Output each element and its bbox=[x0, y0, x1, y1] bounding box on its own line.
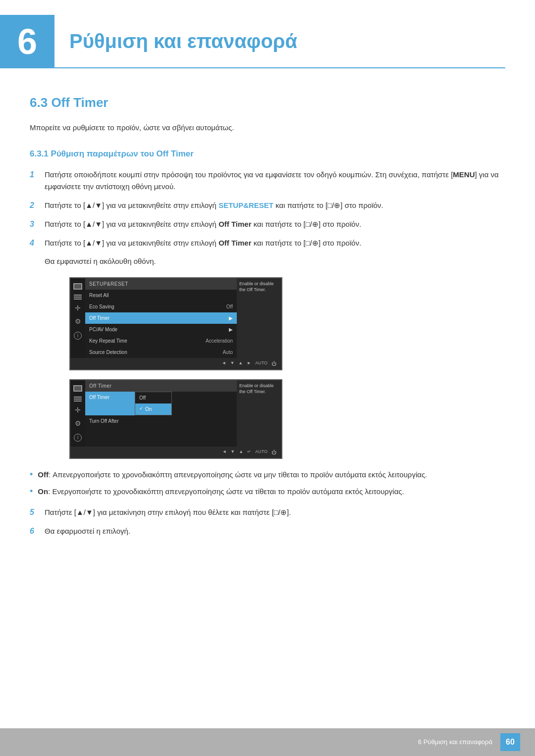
step-2: 2 Πατήστε το [▲/▼] για να μετακινηθείτε … bbox=[30, 200, 505, 211]
submenu-area: Off Timer Off Timer Off ✓ On T bbox=[85, 380, 237, 447]
submenu-popup: Off ✓ On bbox=[135, 392, 172, 415]
step-6-text: Θα εφαρμοστεί η επιλογή. bbox=[45, 525, 130, 537]
menu-item-reset: Reset All bbox=[85, 290, 237, 301]
step-3: 3 Πατήστε το [▲/▼] για να μετακινηθείτε … bbox=[30, 218, 505, 230]
popup-on-selected: ✓ On bbox=[135, 403, 171, 415]
step-1-text: Πατήστε οποιοδήποτε κουμπί στην πρόσοψη … bbox=[45, 169, 505, 193]
screenshots-area: ✛ ⚙ i SETUP&RESET Reset All Eco SavingOf… bbox=[69, 277, 505, 459]
submenu-row-offtimer: Off Timer Off ✓ On bbox=[85, 392, 237, 415]
chapter-number: 6 bbox=[0, 15, 54, 68]
menu-item-keyrepeat: Key Repeat TimeAcceleration bbox=[85, 335, 237, 347]
step-number-2: 2 bbox=[30, 200, 39, 211]
main-content: 6.3 Off Timer Μπορείτε να ρυθμίσετε το π… bbox=[0, 93, 535, 537]
info-icon-1: i bbox=[74, 332, 82, 340]
auto-label-2: AUTO bbox=[255, 449, 268, 455]
footer-chapter-label: 6 Ρύθμιση και επαναφορά bbox=[418, 737, 492, 747]
monitor-icon-2 bbox=[73, 385, 82, 392]
cross-icon-1: ✛ bbox=[75, 304, 81, 311]
power-icon-1: ⏻ bbox=[271, 360, 276, 367]
menu-item-eco: Eco SavingOff bbox=[85, 301, 237, 312]
nav-right-1: ► bbox=[247, 360, 251, 367]
submenu-title: Off Timer bbox=[85, 380, 237, 392]
info-icon-2: i bbox=[74, 434, 82, 442]
section-intro: Μπορείτε να ρυθμίσετε το προϊόν, ώστε να… bbox=[30, 122, 505, 134]
bullet-off: • Off: Απενεργοποιήστε το χρονοδιακόπτη … bbox=[30, 469, 505, 481]
page-header: 6 Ρύθμιση και επαναφορά bbox=[0, 0, 535, 78]
step-2-text: Πατήστε το [▲/▼] για να μετακινηθείτε στ… bbox=[45, 200, 383, 211]
step-number-5: 5 bbox=[30, 506, 39, 518]
step-1: 1 Πατήστε οποιοδήποτε κουμπί στην πρόσοψ… bbox=[30, 169, 505, 193]
nav-up-1: ▲ bbox=[238, 360, 243, 367]
lines-icon-2 bbox=[74, 397, 82, 402]
nav-left-1: ◄ bbox=[221, 360, 226, 367]
step-number-4: 4 bbox=[30, 237, 39, 249]
subsection-title: 6.3.1 Ρύθμιση παραμέτρων του Off Timer bbox=[30, 148, 505, 160]
step-number-3: 3 bbox=[30, 218, 39, 230]
submenu-item-turnoffafter: Turn Off After bbox=[85, 415, 237, 427]
gear-icon-2: ⚙ bbox=[75, 418, 81, 429]
nav-down-1: ▼ bbox=[230, 360, 234, 367]
lines-icon-1 bbox=[74, 295, 82, 300]
menu-area-1: SETUP&RESET Reset All Eco SavingOff Off … bbox=[85, 278, 237, 358]
bottom-bar-2: ◄ ▼ ▲ ↵ AUTO ⏻ bbox=[70, 447, 281, 458]
nav-left-2: ◄ bbox=[222, 449, 226, 455]
popup-off: Off bbox=[135, 392, 171, 403]
menu-title-1: SETUP&RESET bbox=[85, 278, 237, 290]
step-6: 6 Θα εφαρμοστεί η επιλογή. bbox=[30, 525, 505, 537]
step-number-6: 6 bbox=[30, 525, 39, 537]
footer-page-number: 60 bbox=[500, 733, 520, 751]
step-5: 5 Πατήστε [▲/▼] για μετακίνηση στην επιλ… bbox=[30, 506, 505, 518]
monitor-mockup-2: ✛ ⚙ i Off Timer Off Timer Off ✓ bbox=[69, 379, 282, 459]
help-text-1: Enable or disable the Off Timer. bbox=[237, 278, 281, 358]
check-icon: ✓ bbox=[139, 405, 143, 412]
gear-icon-1: ⚙ bbox=[75, 316, 81, 327]
monitor-mockup-1: ✛ ⚙ i SETUP&RESET Reset All Eco SavingOf… bbox=[69, 277, 282, 370]
auto-label-1: AUTO bbox=[255, 360, 268, 367]
menu-item-offtimer-highlighted: Off Timer▶ bbox=[85, 312, 237, 324]
nav-enter-2: ↵ bbox=[247, 449, 251, 455]
step-3-text: Πατήστε το [▲/▼] για να μετακινηθείτε στ… bbox=[45, 218, 361, 230]
bullet-on-text: On: Ενεργοποιήστε το χρονοδιακόπτη απενε… bbox=[38, 486, 404, 498]
cross-icon-2: ✛ bbox=[75, 406, 81, 413]
bullet-list: • Off: Απενεργοποιήστε το χρονοδιακόπτη … bbox=[30, 469, 505, 498]
step-4: 4 Πατήστε το [▲/▼] για να μετακινηθείτε … bbox=[30, 237, 505, 249]
menu-item-source: Source DetectionAuto bbox=[85, 347, 237, 358]
bullet-dot-1: • bbox=[30, 469, 33, 480]
page-footer: 6 Ρύθμιση και επαναφορά 60 bbox=[0, 728, 535, 756]
nav-up-2: ▲ bbox=[239, 449, 243, 455]
power-icon-2: ⏻ bbox=[271, 449, 276, 456]
screen-note: Θα εμφανιστεί η ακόλουθη οθόνη. bbox=[45, 256, 505, 267]
submenu-item-offtimer: Off Timer bbox=[85, 392, 135, 415]
steps-list: 1 Πατήστε οποιοδήποτε κουμπί στην πρόσοψ… bbox=[30, 169, 505, 249]
step-number-1: 1 bbox=[30, 169, 39, 181]
monitor-icon-1 bbox=[73, 283, 82, 290]
bottom-bar-1: ◄ ▼ ▲ ► AUTO ⏻ bbox=[70, 358, 281, 369]
help-text-2: Enable or disable the Off Timer. bbox=[237, 380, 281, 447]
nav-down-2: ▼ bbox=[230, 449, 235, 455]
bullet-dot-2: • bbox=[30, 486, 33, 497]
chapter-title: Ρύθμιση και επαναφορά bbox=[54, 15, 505, 68]
menu-item-pcav: PC/AV Mode▶ bbox=[85, 324, 237, 335]
bullet-on: • On: Ενεργοποιήστε το χρονοδιακόπτη απε… bbox=[30, 486, 505, 498]
bullet-off-text: Off: Απενεργοποιήστε το χρονοδιακόπτη απ… bbox=[38, 469, 427, 481]
section-title: 6.3 Off Timer bbox=[30, 93, 505, 112]
step-5-text: Πατήστε [▲/▼] για μετακίνηση στην επιλογ… bbox=[45, 506, 291, 518]
step-4-text: Πατήστε το [▲/▼] για να μετακινηθείτε στ… bbox=[45, 237, 361, 249]
